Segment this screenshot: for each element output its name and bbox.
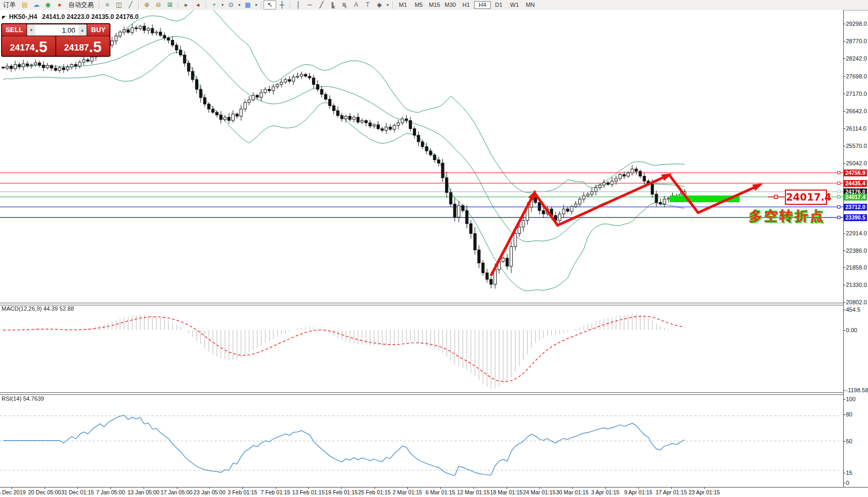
date-label: 7 Feb 01:15 <box>261 489 290 495</box>
price-callout-label: 24017.4 <box>785 190 827 205</box>
price-tick-mark <box>843 41 845 42</box>
volume-increase-button[interactable]: ▲ <box>78 25 86 35</box>
date-label: 3 Feb 01:15 <box>228 489 257 495</box>
price-tick-label: 26642.0 <box>846 108 867 114</box>
timeframe-button-m15[interactable]: M15 <box>427 1 442 9</box>
indicator-tick-label: 15 <box>846 470 852 476</box>
toolbar-separator <box>261 2 261 9</box>
text-label-icon[interactable]: T <box>362 1 374 9</box>
main-chart-canvas[interactable] <box>0 10 843 303</box>
crosshair-icon[interactable]: ┼ <box>276 1 288 9</box>
main-toolbar: 订单▤☁◉●自动交易ılı◫╱⊕⊖⊞▸◂+▾⊙▾▦▾↖┼│─╱∥E≡FAT◆▾M… <box>0 0 868 11</box>
rsi-indicator-canvas[interactable] <box>0 394 843 487</box>
toolbar-separator <box>99 2 99 9</box>
price-tick-label: 25042.0 <box>846 160 867 166</box>
toolbar-separator <box>392 2 393 9</box>
date-label: 24 Mar 01:15 <box>523 489 556 495</box>
date-label: 6 Mar 01:15 <box>426 489 455 495</box>
period-clock-icon[interactable]: ⊙ <box>225 1 237 9</box>
fibonacci-icon[interactable]: ≡F <box>339 1 350 9</box>
zoom-in-icon[interactable]: ⊕ <box>141 1 153 9</box>
date-label: 25 Feb 01:15 <box>358 489 391 495</box>
level-price-label: 23390.5 <box>844 214 867 221</box>
sell-price-display[interactable]: 24174.5 <box>2 36 55 56</box>
sell-button[interactable]: SELL <box>2 24 26 36</box>
volume-input[interactable] <box>35 25 78 35</box>
buy-price-dec: .5 <box>89 39 102 55</box>
date-label: 2 Mar 01:15 <box>392 489 422 495</box>
price-tick-label: 21330.0 <box>846 282 867 288</box>
timeframe-button-d1[interactable]: D1 <box>491 1 507 9</box>
price-tick-label: 20802.0 <box>846 299 867 305</box>
indicator-tick-label: 100 <box>846 396 855 402</box>
add-indicator-icon[interactable]: + <box>208 1 220 9</box>
timeframe-button-w1[interactable]: W1 <box>507 1 522 9</box>
price-tick-label: 25570.0 <box>846 143 867 149</box>
price-tick-mark <box>843 146 845 146</box>
price-tick-mark <box>843 94 845 94</box>
timeframe-button-m1[interactable]: M1 <box>395 1 411 9</box>
price-axis-border <box>843 10 844 487</box>
chart-history-icon[interactable]: ▤ <box>19 1 31 9</box>
timeframe-button-h4[interactable]: H4 <box>474 1 491 9</box>
chart-shift-icon[interactable]: ◂ <box>192 1 204 9</box>
timeframe-button-h1[interactable]: H1 <box>458 1 474 9</box>
dropdown-caret-icon[interactable]: ▾ <box>254 3 259 7</box>
auto-trading-button[interactable]: 自动交易 <box>65 1 97 9</box>
chart-corner-icon: ◤ <box>2 15 6 20</box>
level-price-label: 24756.9 <box>844 170 867 176</box>
line-chart-icon[interactable]: ╱ <box>125 1 136 9</box>
rsi-panel-separator[interactable] <box>0 392 843 395</box>
dropdown-caret-icon[interactable]: ▾ <box>237 3 242 7</box>
dropdown-caret-icon[interactable]: ▾ <box>385 3 390 7</box>
date-label: 13 Jan 05:00 <box>127 489 159 495</box>
toolbar-separator <box>138 2 139 9</box>
cursor-icon[interactable]: ↖ <box>264 1 276 9</box>
date-label: 18 Mar 01:15 <box>490 489 523 495</box>
tile-windows-icon[interactable]: ⊞ <box>164 1 176 9</box>
timeframe-button-mn[interactable]: MN <box>522 1 538 9</box>
buy-price-int: 24187 <box>64 41 89 55</box>
bar-chart-icon[interactable]: ılı <box>102 1 113 9</box>
macd-indicator-canvas[interactable] <box>0 305 843 392</box>
dropdown-caret-icon[interactable]: ▾ <box>220 3 225 7</box>
text-icon[interactable]: A <box>350 1 362 9</box>
indicator-tick-label: 0.00 <box>846 327 857 333</box>
macd-panel-separator[interactable] <box>0 303 843 305</box>
toolbar-separator <box>178 2 178 9</box>
new-order-button[interactable]: 订单 <box>0 1 19 9</box>
zoom-out-icon[interactable]: ⊖ <box>153 1 164 9</box>
cloud-sync-icon[interactable]: ☁ <box>31 1 42 9</box>
chart-ohlc-header: ◤ HK50-,H4 24141.0 24223.0 24135.0 24176… <box>2 13 138 21</box>
vertical-line-icon[interactable]: │ <box>292 1 304 9</box>
price-tick-label: 28770.0 <box>846 38 867 44</box>
volume-decrease-button[interactable]: ▼ <box>27 25 35 35</box>
toolbar-separator <box>206 2 206 9</box>
price-tick-mark <box>843 251 845 251</box>
trendline-icon[interactable]: ╱ <box>316 1 327 9</box>
price-tick-mark <box>843 76 845 77</box>
trading-terminal-window: 订单▤☁◉●自动交易ılı◫╱⊕⊖⊞▸◂+▾⊙▾▦▾↖┼│─╱∥E≡FAT◆▾M… <box>0 0 868 497</box>
date-label: 9 Apr 01:15 <box>624 489 652 495</box>
auto-trading-icon[interactable]: ● <box>54 1 65 9</box>
buy-price-display[interactable]: 24187.5 <box>56 36 109 56</box>
arrows-icon[interactable]: ◆ <box>374 1 385 9</box>
timeframe-button-m30[interactable]: M30 <box>442 1 458 9</box>
equidistant-channel-icon[interactable]: ∥E <box>327 1 339 9</box>
indicator-tick-mark <box>843 310 845 310</box>
timeframe-button-m5[interactable]: M5 <box>411 1 427 9</box>
horizontal-line-icon[interactable]: ─ <box>304 1 316 9</box>
buy-button[interactable]: BUY <box>87 24 109 36</box>
price-tick-mark <box>843 111 845 112</box>
level-price-label: 24017.4 <box>844 194 867 201</box>
date-label: 7 Jan 05:00 <box>96 489 125 495</box>
toolbar-separator <box>290 2 290 9</box>
chart-symbol-period: HK50-,H4 <box>9 13 37 21</box>
template-icon[interactable]: ▦ <box>242 1 254 9</box>
price-tick-label: 28242.0 <box>846 55 867 62</box>
price-tick-mark <box>843 285 845 285</box>
market-signal-icon[interactable]: ◉ <box>42 1 54 9</box>
candlestick-chart-icon[interactable]: ◫ <box>113 1 125 9</box>
price-tick-mark <box>843 233 845 234</box>
auto-scroll-icon[interactable]: ▸ <box>180 1 192 9</box>
